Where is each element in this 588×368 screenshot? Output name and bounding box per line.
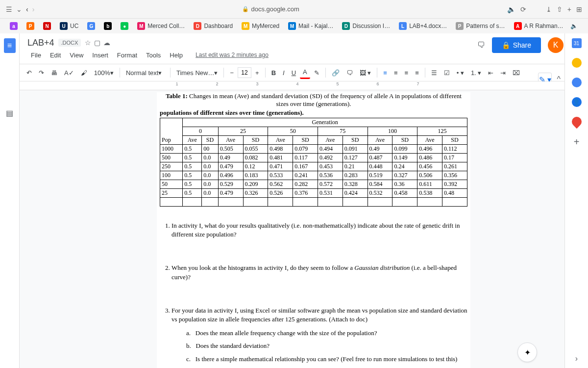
bookmark-item[interactable]: ●	[117, 21, 132, 31]
italic-button[interactable]: I	[280, 67, 288, 79]
bookmark-item[interactable]: DDashboard	[190, 21, 237, 31]
menu-file[interactable]: File	[27, 50, 45, 61]
tabs-icon[interactable]: ⊞	[576, 5, 582, 13]
maps-icon[interactable]	[569, 115, 583, 129]
bookmarks-bar: aPNUUCGb●MMerced Coll…DDashboardMMyMerce…	[0, 19, 588, 33]
reader-icon[interactable]: 🔈	[507, 5, 515, 13]
browser-toolbar: ☰ ⌄ ‹ › 🔒 docs.google.com 🔈 ⟳ ⤓ ⇧ + ⊞	[0, 0, 588, 19]
menu-insert[interactable]: Insert	[89, 50, 112, 61]
font-size-dec[interactable]: −	[227, 67, 237, 79]
ruler[interactable]: 1234567	[20, 81, 564, 90]
bookmark-item[interactable]: a	[6, 21, 22, 31]
bookmark-item[interactable]: P	[23, 21, 38, 31]
bookmark-item[interactable]: b	[100, 21, 116, 31]
bullet-list-button[interactable]: • ▾	[454, 67, 467, 79]
comment-history-icon[interactable]: 🗨	[477, 41, 485, 50]
indent-dec-button[interactable]: ⇤	[485, 67, 496, 79]
font-size-input[interactable]	[238, 67, 251, 78]
bold-button[interactable]: B	[269, 67, 279, 79]
tasks-icon[interactable]	[572, 78, 582, 87]
favicon: M	[288, 22, 296, 30]
line-spacing-button[interactable]: ☰	[428, 67, 440, 79]
star-icon[interactable]: ☆	[85, 39, 91, 47]
bookmark-item[interactable]: DDiscussion I…	[338, 21, 394, 31]
spellcheck-button[interactable]: A✓	[61, 67, 77, 79]
indent-inc-button[interactable]: ⇥	[497, 67, 509, 79]
text-color-button[interactable]: A	[300, 66, 310, 79]
right-rail: 31 👤 + ›	[564, 33, 588, 368]
menu-format[interactable]: Format	[114, 50, 141, 61]
underline-button[interactable]: U	[289, 67, 299, 79]
favicon: D	[342, 22, 350, 30]
align-center-button[interactable]: ≡	[391, 67, 401, 79]
explore-button[interactable]: ✦	[517, 342, 537, 362]
favicon: b	[104, 22, 112, 30]
keep-icon[interactable]	[572, 58, 582, 68]
add-tab-icon[interactable]: +	[567, 5, 571, 13]
highlight-button[interactable]: ✎	[311, 67, 322, 79]
doc-ext-badge: .DOCX	[58, 39, 81, 47]
question-3c: c. Is there a simple mathematical relati…	[186, 355, 467, 364]
favicon: P	[456, 22, 464, 30]
font-select[interactable]: Times New… ▾	[173, 68, 221, 78]
link-button[interactable]: 🔗	[329, 67, 343, 79]
bookmark-item[interactable]: MMerced Coll…	[133, 21, 189, 31]
addons-plus-icon[interactable]: +	[574, 136, 580, 148]
bookmark-item[interactable]: MMail - Kajal…	[284, 21, 337, 31]
favicon: G	[87, 22, 95, 30]
table-caption: Table 1: Changes in mean (Ave) and stand…	[160, 92, 467, 108]
nav-forward-icon[interactable]: ›	[32, 5, 35, 13]
chevron-down-icon[interactable]: ⌄	[16, 5, 22, 13]
bookmark-item[interactable]: PPatterns of s…	[452, 21, 509, 31]
last-edit-link[interactable]: Last edit was 2 minutes ago	[192, 50, 272, 60]
paint-format-button[interactable]: 🖌	[78, 67, 90, 79]
style-select[interactable]: Normal text ▾	[123, 68, 167, 78]
bookmark-item[interactable]: LLAB+4.docx…	[395, 21, 451, 31]
align-justify-button[interactable]: ≡	[412, 67, 422, 79]
question-1: In activity I, what do your results qual…	[172, 221, 467, 239]
nav-back-icon[interactable]: ‹	[26, 5, 28, 13]
lock-icon: 🔒	[502, 41, 510, 49]
tab-audio-icon[interactable]: 🔈	[570, 23, 578, 29]
redo-button[interactable]: ↷	[36, 67, 47, 79]
align-right-button[interactable]: ≡	[402, 67, 412, 79]
number-list-button[interactable]: 1. ▾	[468, 67, 484, 79]
cloud-icon[interactable]: ☁	[103, 39, 110, 47]
menu-tools[interactable]: Tools	[143, 50, 164, 61]
bookmark-item[interactable]: N	[39, 21, 55, 31]
bookmark-item[interactable]: AA R Rahman…	[510, 21, 567, 31]
align-left-button[interactable]: ≡	[380, 67, 390, 79]
doc-title[interactable]: LAB+4	[27, 38, 54, 48]
clear-format-button[interactable]: ⌧	[510, 67, 523, 79]
comment-button[interactable]: 🗨	[343, 67, 356, 79]
menu-help[interactable]: Help	[166, 50, 186, 61]
bookmark-item[interactable]: MMyMerced	[238, 21, 283, 31]
url-bar[interactable]: 🔒 docs.google.com	[196, 5, 346, 13]
sidebar-toggle-icon[interactable]: ☰	[6, 5, 12, 13]
outline-icon[interactable]: ▤	[4, 107, 16, 119]
move-icon[interactable]: ▢	[94, 39, 100, 47]
document-canvas[interactable]: Table 1: Changes in mean (Ave) and stand…	[20, 90, 564, 368]
data-table: PopGeneration0255075100125AveSDAveSDAveS…	[160, 118, 467, 207]
contacts-icon[interactable]: 👤	[572, 97, 582, 107]
avatar[interactable]: K	[548, 37, 564, 53]
calendar-icon[interactable]: 31	[572, 38, 582, 48]
question-3a: a. Does the mean allele frequency change…	[186, 329, 467, 338]
share-icon[interactable]: ⇧	[557, 5, 563, 13]
checklist-button[interactable]: ☑	[441, 67, 453, 79]
share-button[interactable]: 🔒 Share	[492, 37, 541, 53]
print-button[interactable]: 🖶	[48, 67, 60, 79]
docs-logo-icon[interactable]: ≡	[4, 38, 16, 53]
reload-icon[interactable]: ⟳	[520, 5, 526, 13]
lock-icon: 🔒	[242, 6, 249, 12]
undo-button[interactable]: ↶	[24, 67, 35, 79]
image-button[interactable]: 🖼 ▾	[357, 67, 374, 79]
menu-view[interactable]: View	[66, 50, 87, 61]
download-icon[interactable]: ⤓	[546, 5, 552, 13]
font-size-inc[interactable]: +	[252, 67, 262, 79]
bookmark-item[interactable]: G	[83, 21, 99, 31]
collapse-rail-icon[interactable]: ›	[575, 354, 578, 363]
zoom-select[interactable]: 100% ▾	[91, 68, 117, 78]
menu-edit[interactable]: Edit	[47, 50, 64, 61]
bookmark-item[interactable]: UUC	[56, 21, 82, 31]
